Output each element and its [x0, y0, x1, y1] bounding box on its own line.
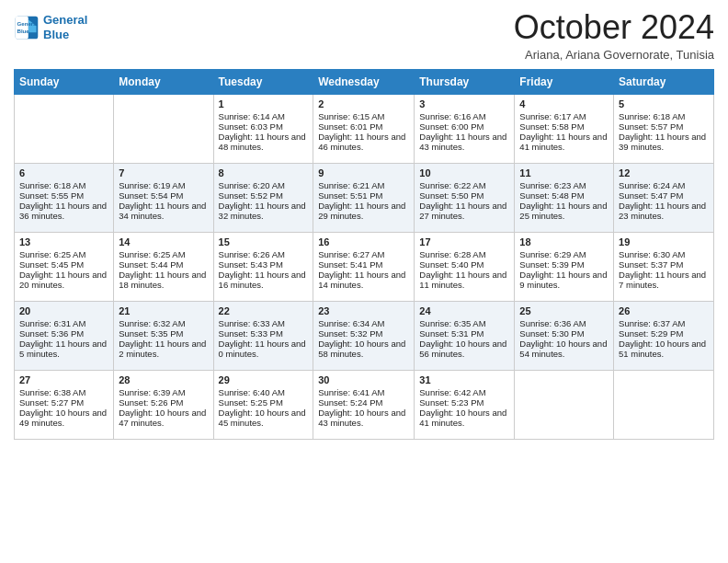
daylight-text: Daylight: 10 hours and 45 minutes.: [219, 408, 306, 428]
day-cell-1-6: 12Sunrise: 6:24 AMSunset: 5:47 PMDayligh…: [614, 163, 714, 232]
sunset-text: Sunset: 5:25 PM: [219, 397, 283, 408]
sunset-text: Sunset: 5:32 PM: [318, 328, 382, 339]
week-row-1: 1Sunrise: 6:14 AMSunset: 6:03 PMDaylight…: [15, 94, 714, 163]
header-saturday: Saturday: [614, 69, 714, 94]
day-number: 9: [318, 167, 409, 178]
day-cell-4-4: 31Sunrise: 6:42 AMSunset: 5:23 PMDayligh…: [415, 370, 515, 439]
day-number: 26: [619, 305, 709, 316]
day-cell-0-6: 5Sunrise: 6:18 AMSunset: 5:57 PMDaylight…: [614, 94, 714, 163]
sunset-text: Sunset: 5:40 PM: [419, 259, 483, 270]
sunrise-text: Sunrise: 6:28 AM: [419, 249, 485, 259]
sunrise-text: Sunrise: 6:14 AM: [219, 111, 285, 121]
day-cell-3-5: 25Sunrise: 6:36 AMSunset: 5:30 PMDayligh…: [515, 301, 614, 370]
day-number: 10: [419, 167, 509, 178]
day-number: 21: [119, 305, 208, 316]
sunrise-text: Sunrise: 6:29 AM: [519, 249, 586, 259]
sunset-text: Sunset: 5:27 PM: [19, 397, 84, 408]
sunrise-text: Sunrise: 6:31 AM: [19, 318, 85, 328]
day-number: 11: [519, 167, 609, 178]
daylight-text: Daylight: 11 hours and 20 minutes.: [19, 270, 107, 290]
sunset-text: Sunset: 5:33 PM: [219, 328, 283, 339]
day-cell-4-2: 29Sunrise: 6:40 AMSunset: 5:25 PMDayligh…: [213, 370, 313, 439]
sunrise-text: Sunrise: 6:37 AM: [619, 318, 685, 328]
daylight-text: Daylight: 11 hours and 41 minutes.: [519, 132, 607, 152]
sunset-text: Sunset: 6:01 PM: [318, 121, 382, 132]
header-sunday: Sunday: [15, 69, 114, 94]
sunrise-text: Sunrise: 6:25 AM: [119, 249, 185, 259]
daylight-text: Daylight: 11 hours and 14 minutes.: [318, 270, 405, 290]
sunrise-text: Sunrise: 6:32 AM: [119, 318, 185, 328]
header-thursday: Thursday: [415, 69, 515, 94]
week-row-3: 13Sunrise: 6:25 AMSunset: 5:45 PMDayligh…: [15, 232, 714, 301]
sunset-text: Sunset: 5:50 PM: [419, 190, 483, 201]
sunrise-text: Sunrise: 6:24 AM: [619, 180, 685, 190]
sunset-text: Sunset: 5:39 PM: [519, 259, 584, 270]
day-cell-0-5: 4Sunrise: 6:17 AMSunset: 5:58 PMDaylight…: [515, 94, 614, 163]
sunset-text: Sunset: 5:58 PM: [519, 121, 584, 132]
day-number: 6: [19, 167, 108, 178]
sunset-text: Sunset: 5:26 PM: [119, 397, 183, 408]
logo-icon: General Blue: [14, 15, 40, 40]
day-number: 19: [619, 236, 709, 247]
day-cell-1-0: 6Sunrise: 6:18 AMSunset: 5:55 PMDaylight…: [15, 163, 114, 232]
month-title: October 2024: [514, 9, 714, 46]
header: General Blue General Blue October 2024 A…: [14, 9, 714, 62]
day-number: 3: [419, 98, 509, 109]
week-row-2: 6Sunrise: 6:18 AMSunset: 5:55 PMDaylight…: [15, 163, 714, 232]
sunrise-text: Sunrise: 6:42 AM: [419, 387, 485, 397]
day-number: 27: [19, 374, 108, 385]
week-row-5: 27Sunrise: 6:38 AMSunset: 5:27 PMDayligh…: [15, 370, 714, 439]
daylight-text: Daylight: 11 hours and 27 minutes.: [419, 201, 506, 221]
logo: General Blue General Blue: [14, 13, 87, 41]
header-monday: Monday: [114, 69, 213, 94]
calendar-table: Sunday Monday Tuesday Wednesday Thursday…: [14, 69, 714, 440]
daylight-text: Daylight: 10 hours and 51 minutes.: [619, 339, 706, 359]
daylight-text: Daylight: 11 hours and 34 minutes.: [119, 201, 206, 221]
day-cell-0-4: 3Sunrise: 6:16 AMSunset: 6:00 PMDaylight…: [415, 94, 515, 163]
daylight-text: Daylight: 11 hours and 16 minutes.: [219, 270, 306, 290]
sunrise-text: Sunrise: 6:17 AM: [519, 111, 586, 121]
logo-text-blue: Blue: [43, 28, 87, 42]
page: General Blue General Blue October 2024 A…: [0, 0, 728, 563]
sunrise-text: Sunrise: 6:18 AM: [619, 111, 685, 121]
sunrise-text: Sunrise: 6:36 AM: [519, 318, 586, 328]
sunset-text: Sunset: 6:00 PM: [419, 121, 483, 132]
daylight-text: Daylight: 10 hours and 56 minutes.: [419, 339, 506, 359]
sunset-text: Sunset: 5:52 PM: [219, 190, 283, 201]
sunset-text: Sunset: 5:41 PM: [318, 259, 382, 270]
daylight-text: Daylight: 11 hours and 18 minutes.: [119, 270, 206, 290]
day-cell-4-0: 27Sunrise: 6:38 AMSunset: 5:27 PMDayligh…: [15, 370, 114, 439]
sunset-text: Sunset: 5:24 PM: [318, 397, 382, 408]
day-number: 25: [519, 305, 609, 316]
sunset-text: Sunset: 5:30 PM: [519, 328, 584, 339]
day-cell-2-5: 18Sunrise: 6:29 AMSunset: 5:39 PMDayligh…: [515, 232, 614, 301]
day-cell-1-5: 11Sunrise: 6:23 AMSunset: 5:48 PMDayligh…: [515, 163, 614, 232]
header-tuesday: Tuesday: [213, 69, 313, 94]
day-cell-0-2: 1Sunrise: 6:14 AMSunset: 6:03 PMDaylight…: [213, 94, 313, 163]
day-cell-2-6: 19Sunrise: 6:30 AMSunset: 5:37 PMDayligh…: [614, 232, 714, 301]
daylight-text: Daylight: 11 hours and 0 minutes.: [219, 339, 306, 359]
daylight-text: Daylight: 11 hours and 32 minutes.: [219, 201, 306, 221]
daylight-text: Daylight: 10 hours and 58 minutes.: [318, 339, 405, 359]
daylight-text: Daylight: 11 hours and 5 minutes.: [19, 339, 107, 359]
day-cell-4-3: 30Sunrise: 6:41 AMSunset: 5:24 PMDayligh…: [313, 370, 415, 439]
daylight-text: Daylight: 11 hours and 43 minutes.: [419, 132, 506, 152]
day-cell-3-3: 23Sunrise: 6:34 AMSunset: 5:32 PMDayligh…: [313, 301, 415, 370]
sunrise-text: Sunrise: 6:26 AM: [219, 249, 285, 259]
sunrise-text: Sunrise: 6:25 AM: [19, 249, 85, 259]
sunset-text: Sunset: 6:03 PM: [219, 121, 283, 132]
sunset-text: Sunset: 5:44 PM: [119, 259, 183, 270]
day-cell-1-4: 10Sunrise: 6:22 AMSunset: 5:50 PMDayligh…: [415, 163, 515, 232]
sunset-text: Sunset: 5:35 PM: [119, 328, 183, 339]
title-block: October 2024 Ariana, Ariana Governorate,…: [514, 9, 714, 62]
daylight-text: Daylight: 11 hours and 25 minutes.: [519, 201, 607, 221]
sunrise-text: Sunrise: 6:18 AM: [19, 180, 85, 190]
sunrise-text: Sunrise: 6:21 AM: [318, 180, 384, 190]
sunrise-text: Sunrise: 6:35 AM: [419, 318, 485, 328]
daylight-text: Daylight: 11 hours and 11 minutes.: [419, 270, 506, 290]
sunset-text: Sunset: 5:36 PM: [19, 328, 84, 339]
sunset-text: Sunset: 5:43 PM: [219, 259, 283, 270]
day-cell-4-5: [515, 370, 614, 439]
sunrise-text: Sunrise: 6:16 AM: [419, 111, 485, 121]
day-cell-3-4: 24Sunrise: 6:35 AMSunset: 5:31 PMDayligh…: [415, 301, 515, 370]
